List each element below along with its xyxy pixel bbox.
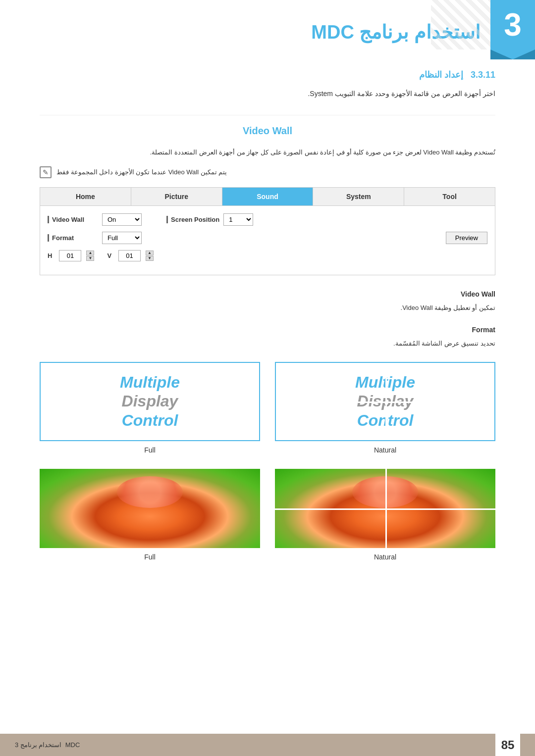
format-label: Format xyxy=(48,234,97,242)
chapter-number-box: 3 xyxy=(490,0,535,50)
note-text: يتم تمكين Video Wall عندما تكون الأجهزة … xyxy=(56,168,227,176)
v-spinner[interactable]: ▲ ▼ xyxy=(146,251,154,261)
format-select[interactable]: Full Natural xyxy=(102,232,142,244)
flower-full xyxy=(40,469,260,548)
tab-home[interactable]: Home xyxy=(40,188,131,205)
info-format-desc: تحديد تنسيق عرض الشاشة المُقسّمة. xyxy=(40,338,495,349)
images-grid: Multiple Display Control Full Multiple D… xyxy=(40,362,495,561)
video-wall-label: Video Wall xyxy=(48,216,97,223)
subsection-title: Video Wall xyxy=(40,125,495,137)
image-cell-flower-natural: Natural xyxy=(275,469,495,561)
tab-tool[interactable]: Tool xyxy=(404,188,495,205)
mdc-logo-full: Multiple Display Control xyxy=(40,362,260,441)
stripe-decoration xyxy=(431,0,490,50)
tab-picture[interactable]: Picture xyxy=(131,188,222,205)
tabs-row: Home Picture Sound System Tool xyxy=(40,188,495,206)
video-wall-select[interactable]: On Off xyxy=(102,213,142,226)
chapter-number: 3 xyxy=(504,9,522,41)
footer: 85 MDC استخدام برنامج 3 xyxy=(0,734,535,756)
mdc-logo-text-natural: Multiple Display Control xyxy=(355,373,415,430)
v-input[interactable] xyxy=(118,250,141,261)
tab-system[interactable]: System xyxy=(313,188,404,205)
h-input[interactable] xyxy=(59,250,81,261)
flower-petal-center xyxy=(117,476,183,508)
panel-row-2: Format Full Natural Preview xyxy=(48,232,487,244)
v-label: V xyxy=(107,252,111,259)
info-video-wall-heading: Video Wall xyxy=(40,290,495,298)
flower-full-label: Full xyxy=(144,553,156,561)
screen-pos-select[interactable]: 1 2 3 4 xyxy=(223,213,253,226)
main-content: 3.3.11 إعداد النظام اختر أجهزة العرض من … xyxy=(0,50,535,601)
flower-natural-label: Natural xyxy=(374,553,396,561)
flower-natural xyxy=(275,469,495,548)
image-cell-natural-logo: Multiple Display Control Natural xyxy=(275,362,495,454)
video-wall-desc: تُستخدم وظيفة Video Wall لعرض جزء من صور… xyxy=(40,147,495,159)
image-cell-flower-full: Full xyxy=(40,469,260,561)
v-flower-split xyxy=(385,469,387,548)
panel-row-3: H ▲ ▼ V ▲ ▼ xyxy=(48,250,487,261)
divider-1 xyxy=(40,115,495,115)
note-row: يتم تمكين Video Wall عندما تكون الأجهزة … xyxy=(40,166,495,178)
image-label-full: Full xyxy=(144,446,156,454)
footer-text: MDC استخدام برنامج 3 xyxy=(15,741,80,749)
ui-panel: Home Picture Sound System Tool Video Wal… xyxy=(40,187,495,275)
panel-body: Video Wall On Off Screen Position 1 2 3 … xyxy=(40,206,495,275)
preview-button[interactable]: Preview xyxy=(446,232,487,244)
mdc-logo-text-full: Multiple Display Control xyxy=(120,373,180,430)
screen-pos-label: Screen Position xyxy=(166,216,219,223)
section-number: 3.3.11 إعداد النظام xyxy=(40,69,495,80)
page-header: استخدام برنامج MDC 3 xyxy=(0,0,535,50)
page-number: 85 xyxy=(495,734,520,756)
tab-sound[interactable]: Sound xyxy=(222,188,314,205)
h-label: H xyxy=(48,252,52,259)
info-format-heading: Format xyxy=(40,326,495,334)
mdc-logo-natural: Multiple Display Control xyxy=(275,362,495,441)
screen-pos-group: Screen Position 1 2 3 4 xyxy=(166,213,253,226)
panel-row-1: Video Wall On Off Screen Position 1 2 3 … xyxy=(48,213,487,226)
info-video-wall-desc: تمكين أو تعطيل وظيفة Video Wall. xyxy=(40,302,495,313)
note-icon: ✎ xyxy=(40,166,52,178)
image-label-natural: Natural xyxy=(374,446,396,454)
section-intro: اختر أجهزة العرض من قائمة الأجهزة وحدد ع… xyxy=(40,88,495,100)
image-cell-full-logo: Multiple Display Control Full xyxy=(40,362,260,454)
h-spinner[interactable]: ▲ ▼ xyxy=(86,251,94,261)
